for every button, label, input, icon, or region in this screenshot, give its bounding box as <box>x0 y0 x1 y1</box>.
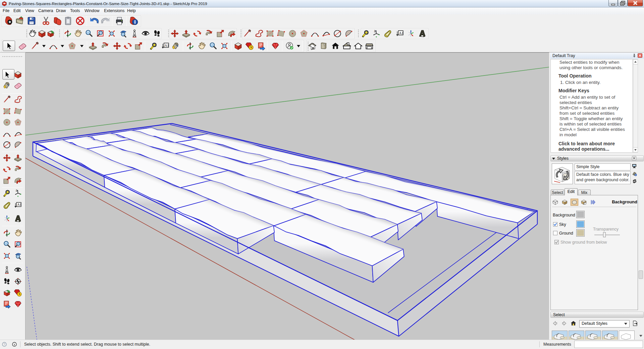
svg-text:b: b <box>16 189 17 192</box>
svg-text:A1: A1 <box>165 44 169 47</box>
svg-text:A1: A1 <box>17 203 21 206</box>
svg-text:A1: A1 <box>399 31 404 35</box>
svg-text:b: b <box>374 30 376 33</box>
svg-text:?: ? <box>4 343 5 346</box>
